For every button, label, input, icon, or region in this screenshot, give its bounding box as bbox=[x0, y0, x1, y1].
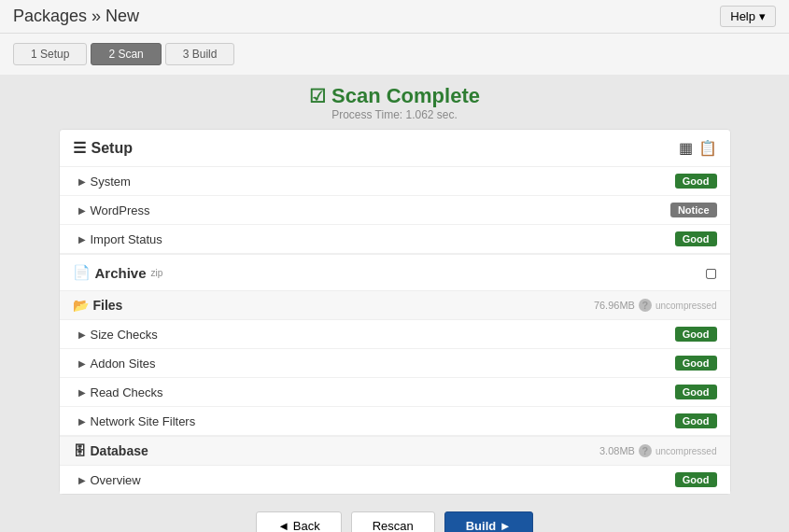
top-bar: Packages » New Help ▾ bbox=[0, 0, 789, 34]
table-icon: ▦ bbox=[679, 139, 693, 157]
arrow-icon: ▶ bbox=[78, 205, 86, 216]
row-label-text: WordPress bbox=[91, 203, 150, 217]
chevron-down-icon: ▾ bbox=[759, 9, 766, 23]
arrow-icon: ▶ bbox=[78, 329, 86, 340]
row-read-checks[interactable]: ▶ Read Checks Good bbox=[60, 378, 730, 407]
status-badge-wordpress: Notice bbox=[670, 203, 717, 217]
scan-complete-title: ☑ Scan Complete bbox=[309, 84, 480, 108]
status-badge-import: Good bbox=[675, 231, 717, 246]
files-title: 📂 Files bbox=[73, 298, 123, 313]
help-button[interactable]: Help ▾ bbox=[720, 6, 776, 27]
status-badge-read-checks: Good bbox=[675, 385, 717, 399]
arrow-icon: ▶ bbox=[78, 358, 86, 369]
scan-complete-section: ☑ Scan Complete Process Time: 1.062 sec. bbox=[309, 84, 480, 121]
zip-badge: zip bbox=[151, 268, 163, 278]
minimize-icon[interactable]: ▢ bbox=[705, 265, 717, 280]
info-icon[interactable]: ? bbox=[639, 444, 652, 457]
files-meta: 76.96MB ? uncompressed bbox=[594, 299, 717, 312]
row-wordpress[interactable]: ▶ WordPress Notice bbox=[60, 196, 730, 225]
database-meta: 3.08MB ? uncompressed bbox=[599, 444, 717, 457]
database-title: 🗄 Database bbox=[73, 443, 148, 458]
bottom-actions: ◄ Back Rescan Build ► bbox=[256, 511, 532, 532]
page-title: Packages » New bbox=[13, 7, 139, 26]
row-system[interactable]: ▶ System Good bbox=[60, 167, 730, 196]
row-overview[interactable]: ▶ Overview Good bbox=[60, 466, 730, 494]
row-label-text: System bbox=[91, 175, 131, 189]
steps-nav: 1 Setup 2 Scan 3 Build bbox=[0, 34, 789, 75]
help-label: Help bbox=[730, 9, 755, 23]
database-icon: 🗄 bbox=[73, 443, 86, 458]
row-network-site-filters[interactable]: ▶ Network Site Filters Good bbox=[60, 407, 730, 436]
row-label-text: Addon Sites bbox=[91, 357, 156, 371]
row-label-text: Size Checks bbox=[91, 328, 158, 342]
row-label-text: Overview bbox=[91, 473, 141, 487]
status-badge-addon-sites: Good bbox=[675, 356, 717, 371]
arrow-icon: ▶ bbox=[78, 475, 86, 485]
status-badge-network-site: Good bbox=[675, 413, 717, 428]
row-label-text: Import Status bbox=[91, 232, 162, 246]
setup-section-header: ☰ Setup ▦ 📋 bbox=[60, 130, 730, 167]
row-addon-sites[interactable]: ▶ Addon Sites Good bbox=[60, 349, 730, 378]
back-button[interactable]: ◄ Back bbox=[256, 511, 341, 532]
main-card: ☰ Setup ▦ 📋 ▶ System Good ▶ WordPress No… bbox=[59, 129, 731, 495]
arrow-icon: ▶ bbox=[78, 416, 86, 427]
scan-complete-subtitle: Process Time: 1.062 sec. bbox=[309, 108, 480, 121]
scan-complete-text: Scan Complete bbox=[331, 84, 480, 108]
archive-title: 📄 Archive zip bbox=[73, 264, 163, 281]
arrow-icon: ▶ bbox=[78, 176, 86, 187]
arrow-icon: ▶ bbox=[78, 387, 86, 398]
database-section-header: 🗄 Database 3.08MB ? uncompressed bbox=[60, 436, 730, 466]
status-badge-system: Good bbox=[675, 174, 717, 189]
step-build[interactable]: 3 Build bbox=[165, 43, 235, 65]
row-size-checks[interactable]: ▶ Size Checks Good bbox=[60, 320, 730, 349]
files-section-header: 📂 Files 76.96MB ? uncompressed bbox=[60, 290, 730, 320]
archive-header: 📄 Archive zip ▢ bbox=[60, 254, 730, 290]
list-icon: ☰ bbox=[73, 139, 86, 157]
row-import-status[interactable]: ▶ Import Status Good bbox=[60, 225, 730, 254]
row-label-text: Network Site Filters bbox=[91, 414, 196, 428]
setup-section-title: ☰ Setup bbox=[73, 139, 133, 157]
checkmark-icon: ☑ bbox=[309, 85, 326, 107]
build-button[interactable]: Build ► bbox=[444, 511, 533, 532]
rescan-button[interactable]: Rescan bbox=[351, 511, 435, 532]
status-badge-overview: Good bbox=[675, 472, 717, 487]
step-scan[interactable]: 2 Scan bbox=[91, 43, 161, 65]
files-icon: 📂 bbox=[73, 298, 89, 313]
setup-section-icons: ▦ 📋 bbox=[679, 139, 717, 157]
status-badge-size-checks: Good bbox=[675, 327, 717, 342]
row-label-text: Read Checks bbox=[91, 385, 163, 399]
archive-icon: 📄 bbox=[73, 264, 91, 281]
arrow-icon: ▶ bbox=[78, 234, 86, 245]
main-content: ☑ Scan Complete Process Time: 1.062 sec.… bbox=[0, 75, 789, 532]
file-icon: 📋 bbox=[698, 139, 717, 157]
info-icon[interactable]: ? bbox=[639, 299, 652, 312]
step-setup[interactable]: 1 Setup bbox=[13, 43, 87, 65]
